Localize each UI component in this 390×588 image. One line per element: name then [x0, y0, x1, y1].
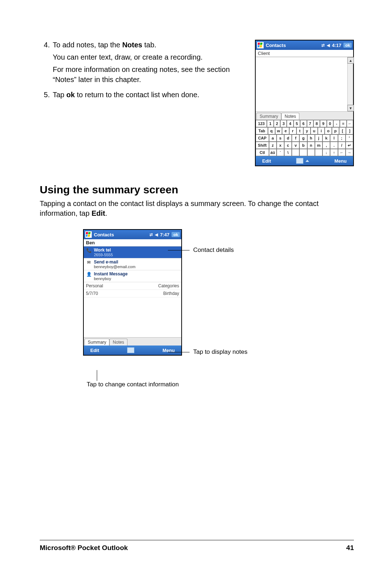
keyboard-key[interactable]: a	[269, 134, 277, 142]
keyboard-key[interactable]: =	[340, 120, 346, 127]
meta-birthday[interactable]: 5/7/70 Birthday	[84, 290, 181, 297]
keyboard-key[interactable]: '	[346, 134, 353, 142]
keyboard-key[interactable]: ←	[347, 120, 353, 127]
keyboard-key[interactable]: d	[284, 134, 292, 142]
softkey-edit[interactable]: Edit	[262, 158, 271, 164]
summary-value: benneyboy@email.com	[94, 265, 179, 269]
volume-icon[interactable]: ◀	[155, 232, 158, 237]
tab-notes[interactable]: Notes	[281, 113, 299, 120]
keyboard-key[interactable]: m	[315, 142, 322, 149]
notes-canvas[interactable]	[256, 57, 347, 111]
keyboard-key[interactable]: h	[307, 134, 315, 142]
keyboard-key[interactable]: /	[338, 142, 346, 149]
callout-text: Contact details	[193, 246, 234, 253]
keyboard-key[interactable]	[307, 149, 315, 156]
keyboard-key[interactable]: c	[284, 142, 292, 149]
tab-summary[interactable]: Summary	[84, 339, 109, 345]
summary-item-work-tel[interactable]: 📞 Work tel 2659-5555	[84, 246, 181, 258]
softkey-edit[interactable]: Edit	[90, 348, 99, 353]
page-number: 41	[346, 544, 354, 552]
keyboard-key[interactable]: r	[289, 127, 296, 134]
keyboard-key[interactable]: 1	[267, 120, 273, 127]
keyboard-key[interactable]	[299, 149, 307, 156]
keyboard-key[interactable]	[315, 149, 322, 156]
scroll-up-icon[interactable]: ▲	[347, 57, 354, 64]
keyboard-icon[interactable]	[127, 347, 134, 353]
keyboard-key[interactable]: j	[315, 134, 322, 142]
keyboard-key[interactable]: .	[330, 142, 338, 149]
keyboard-key[interactable]: \	[284, 149, 292, 156]
keyboard-key[interactable]: o	[325, 127, 332, 134]
keyboard-key[interactable]: [	[339, 127, 346, 134]
keyboard-key[interactable]: q	[268, 127, 275, 134]
keyboard-key[interactable]: 2	[274, 120, 280, 127]
summary-item-email[interactable]: ✉ Send e-mail benneyboy@email.com	[84, 258, 181, 270]
softkey-menu[interactable]: Menu	[334, 158, 347, 164]
keyboard-key[interactable]: Ctl	[256, 149, 269, 156]
onscreen-keyboard[interactable]: 1231234567890-=← Tabqwertyuiop[] CAPasdf…	[256, 120, 353, 156]
step4-line3: For more information on creating notes, …	[53, 64, 246, 85]
keyboard-key[interactable]: x	[277, 142, 284, 149]
keyboard-key[interactable]: k	[322, 134, 330, 142]
keyboard-key[interactable]: e	[282, 127, 289, 134]
keyboard-key[interactable]: f	[292, 134, 299, 142]
keyboard-key[interactable]: v	[292, 142, 299, 149]
keyboard-key[interactable]: ↓	[322, 149, 330, 156]
keyboard-key[interactable]: u	[311, 127, 318, 134]
connectivity-icon[interactable]: ⇄	[150, 232, 153, 237]
step5-text-c: to return to the contact list when done.	[75, 91, 199, 99]
keyboard-key[interactable]: ,	[322, 142, 330, 149]
keyboard-key[interactable]: 8	[313, 120, 320, 127]
keyboard-key[interactable]: n	[307, 142, 315, 149]
ok-button[interactable]: ok	[172, 232, 180, 237]
volume-icon[interactable]: ◀	[327, 43, 330, 48]
clock: 7:47	[160, 232, 169, 237]
keyboard-key[interactable]: ↵	[346, 142, 353, 149]
scroll-down-icon[interactable]: ▼	[347, 105, 354, 111]
input-selector-icon[interactable]	[306, 160, 309, 162]
keyboard-key[interactable]: áü	[269, 149, 277, 156]
tab-notes[interactable]: Notes	[109, 339, 127, 345]
keyboard-key[interactable]: CAP	[256, 134, 269, 142]
summary-item-im[interactable]: 👤 Instant Message bennyboy	[84, 270, 181, 282]
keyboard-key[interactable]: g	[299, 134, 307, 142]
meta-categories[interactable]: Personal Categories	[84, 282, 181, 290]
start-icon[interactable]	[85, 231, 92, 238]
keyboard-key[interactable]: p	[332, 127, 339, 134]
keyboard-key[interactable]: 9	[320, 120, 326, 127]
keyboard-key[interactable]: l	[330, 134, 338, 142]
keyboard-key[interactable]: 0	[327, 120, 333, 127]
keyboard-key[interactable]: i	[318, 127, 325, 134]
vertical-scrollbar[interactable]: ▲ ▼	[347, 57, 353, 111]
keyboard-key[interactable]: z	[269, 142, 277, 149]
keyboard-key[interactable]: ]	[346, 127, 353, 134]
keyboard-key[interactable]: 5	[294, 120, 300, 127]
ok-button[interactable]: ok	[343, 43, 352, 48]
keyboard-key[interactable]: ↑	[330, 149, 338, 156]
keyboard-key[interactable]: w	[275, 127, 282, 134]
keyboard-key[interactable]: 123	[256, 120, 267, 127]
keyboard-key[interactable]: `	[277, 149, 284, 156]
connectivity-icon[interactable]: ⇄	[321, 43, 325, 48]
keyboard-key[interactable]: t	[296, 127, 304, 134]
keyboard-key[interactable]: Tab	[256, 127, 268, 134]
keyboard-key[interactable]: ;	[338, 134, 346, 142]
step-number: 4.	[40, 40, 53, 87]
keyboard-key[interactable]	[292, 149, 299, 156]
keyboard-key[interactable]: →	[346, 149, 353, 156]
section-text-c: .	[105, 209, 107, 217]
keyboard-key[interactable]: Shift	[256, 142, 269, 149]
keyboard-key[interactable]: b	[299, 142, 307, 149]
start-icon[interactable]	[257, 42, 264, 48]
keyboard-key[interactable]: 6	[300, 120, 307, 127]
keyboard-key[interactable]: 3	[280, 120, 287, 127]
keyboard-key[interactable]: 4	[287, 120, 293, 127]
keyboard-key[interactable]: -	[333, 120, 340, 127]
keyboard-key[interactable]: y	[303, 127, 311, 134]
keyboard-key[interactable]: ←	[338, 149, 346, 156]
keyboard-icon[interactable]	[296, 158, 303, 164]
keyboard-key[interactable]: s	[277, 134, 284, 142]
note-text[interactable]: Client	[258, 51, 270, 56]
tab-summary[interactable]: Summary	[256, 113, 281, 120]
keyboard-key[interactable]: 7	[307, 120, 313, 127]
